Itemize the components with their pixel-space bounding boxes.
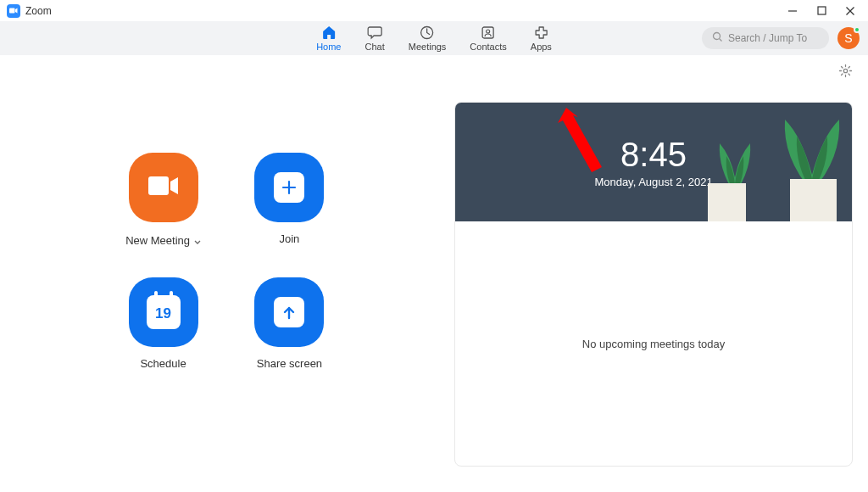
clock-date: Monday, August 2, 2021 xyxy=(594,176,712,188)
presence-indicator xyxy=(854,26,860,33)
plus-icon xyxy=(274,172,304,203)
window-title: Zoom xyxy=(25,5,52,17)
upcoming-meetings: No upcoming meetings today xyxy=(455,221,852,466)
svg-rect-2 xyxy=(818,7,826,14)
title-bar-left: Zoom xyxy=(7,4,52,18)
chat-icon xyxy=(366,25,383,41)
action-new-meeting: New Meeting xyxy=(125,153,201,248)
nav-tabs: Home Chat Meetings Contacts Apps xyxy=(316,25,552,52)
home-icon xyxy=(320,25,337,41)
contacts-icon xyxy=(480,25,497,41)
action-schedule: 19 Schedule xyxy=(125,277,201,370)
share-screen-label: Share screen xyxy=(257,357,322,370)
maximize-button[interactable] xyxy=(814,3,829,19)
pot-decoration xyxy=(708,183,746,221)
tab-chat[interactable]: Chat xyxy=(364,25,384,52)
search-placeholder: Search / Jump To xyxy=(728,32,807,44)
main-content: New Meeting Join 19 xyxy=(0,55,868,492)
share-screen-button[interactable] xyxy=(254,277,324,347)
clock-icon xyxy=(419,25,436,41)
minimize-button[interactable] xyxy=(785,3,800,19)
new-meeting-label: New Meeting xyxy=(125,234,190,247)
actions-panel: New Meeting Join 19 xyxy=(7,68,446,492)
svg-point-10 xyxy=(843,69,847,72)
calendar-panel: 8:45 Monday, August 2, 2021 No upcoming … xyxy=(446,68,861,492)
search-icon xyxy=(712,31,723,45)
action-join: Join xyxy=(252,153,327,248)
video-icon xyxy=(147,174,181,201)
svg-line-9 xyxy=(720,39,722,42)
top-bar-right: Search / Jump To S xyxy=(702,27,860,49)
calendar-hero: 8:45 Monday, August 2, 2021 xyxy=(455,103,852,221)
avatar-initial: S xyxy=(844,31,852,45)
title-bar: Zoom xyxy=(0,0,868,21)
join-button[interactable] xyxy=(254,153,324,222)
tab-meetings[interactable]: Meetings xyxy=(409,25,447,52)
tab-contacts[interactable]: Contacts xyxy=(470,25,506,52)
svg-point-7 xyxy=(487,30,490,33)
pot-decoration xyxy=(790,179,837,221)
svg-rect-11 xyxy=(148,176,169,195)
share-icon xyxy=(274,297,304,327)
join-label: Join xyxy=(280,232,300,245)
new-meeting-button[interactable] xyxy=(129,153,198,222)
clock-time: 8:45 xyxy=(620,136,687,174)
no-meetings-text: No upcoming meetings today xyxy=(582,338,725,350)
chevron-down-icon xyxy=(194,232,201,248)
close-button[interactable] xyxy=(843,3,858,19)
top-nav-bar: Home Chat Meetings Contacts Apps xyxy=(0,21,868,55)
tab-home[interactable]: Home xyxy=(316,25,341,52)
zoom-logo-icon xyxy=(7,4,20,18)
tab-apps[interactable]: Apps xyxy=(531,25,552,52)
svg-rect-0 xyxy=(9,8,15,14)
new-meeting-label-row[interactable]: New Meeting xyxy=(125,232,201,248)
schedule-button[interactable]: 19 xyxy=(129,277,198,347)
svg-point-8 xyxy=(714,33,721,40)
calendar-icon: 19 xyxy=(147,295,181,329)
search-input[interactable]: Search / Jump To xyxy=(702,27,829,49)
window-controls xyxy=(785,3,861,19)
avatar[interactable]: S xyxy=(837,27,860,49)
schedule-label: Schedule xyxy=(140,357,186,370)
action-share-screen: Share screen xyxy=(252,277,327,370)
settings-button[interactable] xyxy=(838,64,853,81)
calendar-card: 8:45 Monday, August 2, 2021 No upcoming … xyxy=(454,102,853,467)
apps-icon xyxy=(532,25,549,41)
